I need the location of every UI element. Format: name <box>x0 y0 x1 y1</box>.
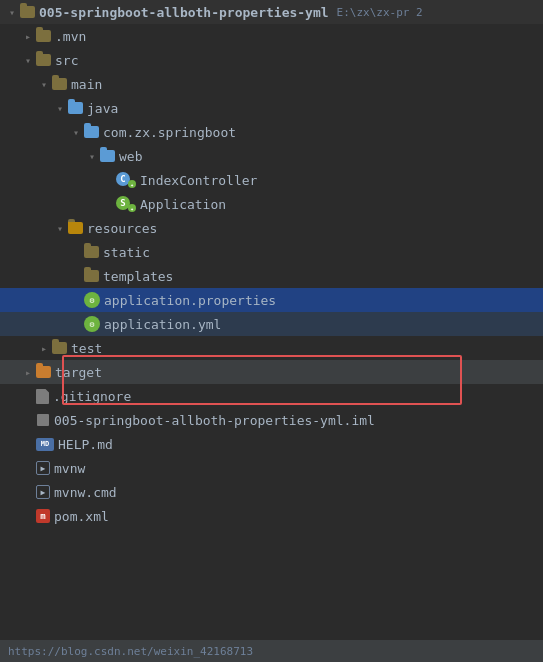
yml-icon: ⚙ <box>84 316 100 332</box>
static-folder-icon <box>84 246 99 258</box>
test-folder-icon <box>52 342 67 354</box>
iml-arrow <box>20 412 36 428</box>
resources-folder-icon <box>68 222 83 234</box>
controller-icon: C ✦ <box>116 172 136 188</box>
md-icon: MD <box>36 438 54 451</box>
root-path: E:\zx\zx-pr 2 <box>337 6 423 19</box>
mvnw-icon: ▶ <box>36 461 50 475</box>
application-yml-file[interactable]: ⚙ application.yml <box>0 312 543 336</box>
md-arrow <box>20 436 36 452</box>
target-label: target <box>55 365 102 380</box>
pom-arrow <box>20 508 36 524</box>
root-folder[interactable]: 005-springboot-allboth-properties-yml E:… <box>0 0 543 24</box>
index-controller-file[interactable]: C ✦ IndexController <box>0 168 543 192</box>
templates-label: templates <box>103 269 173 284</box>
props-arrow <box>68 292 84 308</box>
target-folder-icon <box>36 366 51 378</box>
gitignore-arrow <box>20 388 36 404</box>
mvn-folder[interactable]: .mvn <box>0 24 543 48</box>
gitignore-label: .gitignore <box>53 389 131 404</box>
file-tree: 005-springboot-allboth-properties-yml E:… <box>0 0 543 662</box>
web-folder-icon <box>100 150 115 162</box>
static-arrow <box>68 244 84 260</box>
iml-file[interactable]: 005-springboot-allboth-properties-yml.im… <box>0 408 543 432</box>
maven-icon: m <box>36 509 50 523</box>
bottom-url: https://blog.csdn.net/weixin_42168713 <box>8 645 253 658</box>
java-label: java <box>87 101 118 116</box>
root-label: 005-springboot-allboth-properties-yml <box>39 5 329 20</box>
test-label: test <box>71 341 102 356</box>
templates-arrow <box>68 268 84 284</box>
yml-arrow <box>68 316 84 332</box>
props-icon: ⚙ <box>84 292 100 308</box>
java-folder-icon <box>68 102 83 114</box>
application-icon: S ✦ <box>116 196 136 212</box>
resources-label: resources <box>87 221 157 236</box>
java-folder[interactable]: java <box>0 96 543 120</box>
controller-label: IndexController <box>140 173 257 188</box>
pom-label: pom.xml <box>54 509 109 524</box>
static-label: static <box>103 245 150 260</box>
mvnw-cmd-arrow <box>20 484 36 500</box>
web-folder[interactable]: web <box>0 144 543 168</box>
static-folder[interactable]: static <box>0 240 543 264</box>
src-arrow <box>20 52 36 68</box>
iml-icon <box>36 413 50 427</box>
application-properties-label: application.properties <box>104 293 276 308</box>
application-label: Application <box>140 197 226 212</box>
target-folder[interactable]: target <box>0 360 543 384</box>
help-md-label: HELP.md <box>58 437 113 452</box>
test-arrow <box>36 340 52 356</box>
root-folder-icon <box>20 6 35 18</box>
mvnw-cmd-icon: ▶ <box>36 485 50 499</box>
main-folder[interactable]: main <box>0 72 543 96</box>
package-folder[interactable]: com.zx.springboot <box>0 120 543 144</box>
package-label: com.zx.springboot <box>103 125 236 140</box>
test-folder[interactable]: test <box>0 336 543 360</box>
mvnw-file[interactable]: ▶ mvnw <box>0 456 543 480</box>
mvn-folder-icon <box>36 30 51 42</box>
gitignore-icon <box>36 389 49 404</box>
mvnw-cmd-file[interactable]: ▶ mvnw.cmd <box>0 480 543 504</box>
app-arrow <box>100 196 116 212</box>
main-folder-icon <box>52 78 67 90</box>
package-folder-icon <box>84 126 99 138</box>
resources-arrow <box>52 220 68 236</box>
bottom-bar: https://blog.csdn.net/weixin_42168713 <box>0 640 543 662</box>
application-file[interactable]: S ✦ Application <box>0 192 543 216</box>
iml-label: 005-springboot-allboth-properties-yml.im… <box>54 413 375 428</box>
main-label: main <box>71 77 102 92</box>
web-label: web <box>119 149 142 164</box>
web-arrow <box>84 148 100 164</box>
mvnw-cmd-label: mvnw.cmd <box>54 485 117 500</box>
help-md-file[interactable]: MD HELP.md <box>0 432 543 456</box>
pom-file[interactable]: m pom.xml <box>0 504 543 528</box>
controller-arrow <box>100 172 116 188</box>
java-arrow <box>52 100 68 116</box>
src-label: src <box>55 53 78 68</box>
main-arrow <box>36 76 52 92</box>
templates-folder-icon <box>84 270 99 282</box>
package-arrow <box>68 124 84 140</box>
src-folder[interactable]: src <box>0 48 543 72</box>
resources-folder[interactable]: resources <box>0 216 543 240</box>
target-arrow <box>20 364 36 380</box>
mvn-label: .mvn <box>55 29 86 44</box>
templates-folder[interactable]: templates <box>0 264 543 288</box>
mvn-arrow <box>20 28 36 44</box>
mvnw-arrow <box>20 460 36 476</box>
src-folder-icon <box>36 54 51 66</box>
gitignore-file[interactable]: .gitignore <box>0 384 543 408</box>
application-yml-label: application.yml <box>104 317 221 332</box>
root-arrow <box>4 4 20 20</box>
mvnw-label: mvnw <box>54 461 85 476</box>
application-properties-file[interactable]: ⚙ application.properties <box>0 288 543 312</box>
